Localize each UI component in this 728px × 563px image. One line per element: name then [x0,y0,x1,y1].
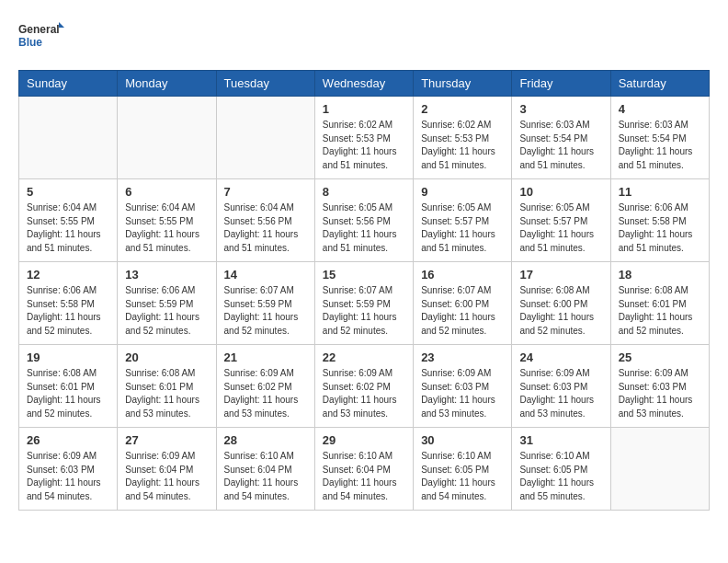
header-wednesday: Wednesday [314,71,413,97]
day-number: 13 [125,268,208,282]
page-header: General Blue [18,18,710,55]
calendar-cell: 20Sunrise: 6:08 AM Sunset: 6:01 PM Dayli… [118,345,216,428]
calendar-cell: 29Sunrise: 6:10 AM Sunset: 6:04 PM Dayli… [314,428,413,511]
day-info: Sunrise: 6:07 AM Sunset: 6:00 PM Dayligh… [421,284,504,338]
day-number: 5 [27,185,109,199]
day-number: 31 [519,433,602,447]
calendar-cell: 25Sunrise: 6:09 AM Sunset: 6:03 PM Dayli… [610,345,709,428]
day-number: 17 [519,268,602,282]
day-number: 20 [125,350,208,364]
week-row-1: 1Sunrise: 6:02 AM Sunset: 5:53 PM Daylig… [19,97,710,179]
day-info: Sunrise: 6:06 AM Sunset: 5:59 PM Dayligh… [125,284,208,338]
calendar-cell: 2Sunrise: 6:02 AM Sunset: 5:53 PM Daylig… [414,97,512,179]
calendar-cell: 3Sunrise: 6:03 AM Sunset: 5:54 PM Daylig… [512,97,610,179]
calendar-cell [118,97,216,179]
calendar-cell: 7Sunrise: 6:04 AM Sunset: 5:56 PM Daylig… [216,179,314,262]
header-sunday: Sunday [19,71,118,97]
day-number: 2 [421,102,504,116]
day-number: 21 [224,350,307,364]
calendar-cell: 21Sunrise: 6:09 AM Sunset: 6:02 PM Dayli… [216,345,314,428]
day-info: Sunrise: 6:10 AM Sunset: 6:05 PM Dayligh… [519,450,602,503]
day-info: Sunrise: 6:04 AM Sunset: 5:55 PM Dayligh… [125,201,208,255]
calendar-cell: 16Sunrise: 6:07 AM Sunset: 6:00 PM Dayli… [414,262,512,345]
day-info: Sunrise: 6:09 AM Sunset: 6:02 PM Dayligh… [323,367,405,420]
calendar-cell: 24Sunrise: 6:09 AM Sunset: 6:03 PM Dayli… [512,345,610,428]
calendar-cell: 13Sunrise: 6:06 AM Sunset: 5:59 PM Dayli… [118,262,216,345]
day-info: Sunrise: 6:05 AM Sunset: 5:56 PM Dayligh… [323,201,405,255]
calendar-cell: 23Sunrise: 6:09 AM Sunset: 6:03 PM Dayli… [414,345,512,428]
day-info: Sunrise: 6:02 AM Sunset: 5:53 PM Dayligh… [421,119,504,172]
day-info: Sunrise: 6:03 AM Sunset: 5:54 PM Dayligh… [619,119,701,172]
calendar-cell: 19Sunrise: 6:08 AM Sunset: 6:01 PM Dayli… [19,345,118,428]
day-info: Sunrise: 6:08 AM Sunset: 6:01 PM Dayligh… [27,367,109,420]
calendar-cell: 11Sunrise: 6:06 AM Sunset: 5:58 PM Dayli… [610,179,709,262]
calendar-cell: 28Sunrise: 6:10 AM Sunset: 6:04 PM Dayli… [216,428,314,511]
day-number: 29 [323,433,405,447]
day-number: 19 [27,350,109,364]
week-row-4: 19Sunrise: 6:08 AM Sunset: 6:01 PM Dayli… [19,345,710,428]
week-row-3: 12Sunrise: 6:06 AM Sunset: 5:58 PM Dayli… [19,262,710,345]
calendar-cell: 9Sunrise: 6:05 AM Sunset: 5:57 PM Daylig… [414,179,512,262]
day-info: Sunrise: 6:10 AM Sunset: 6:04 PM Dayligh… [323,450,405,503]
calendar-cell [19,97,118,179]
day-info: Sunrise: 6:09 AM Sunset: 6:03 PM Dayligh… [421,367,504,420]
day-number: 22 [323,350,405,364]
header-friday: Friday [512,71,610,97]
day-info: Sunrise: 6:07 AM Sunset: 5:59 PM Dayligh… [224,284,307,338]
logo-svg: General Blue [18,18,64,55]
calendar-cell: 1Sunrise: 6:02 AM Sunset: 5:53 PM Daylig… [314,97,413,179]
calendar-cell: 12Sunrise: 6:06 AM Sunset: 5:58 PM Dayli… [19,262,118,345]
calendar-header-row: SundayMondayTuesdayWednesdayThursdayFrid… [19,71,710,97]
day-info: Sunrise: 6:05 AM Sunset: 5:57 PM Dayligh… [519,201,602,255]
day-info: Sunrise: 6:09 AM Sunset: 6:03 PM Dayligh… [619,367,701,420]
svg-marker-2 [59,22,64,28]
calendar-cell: 31Sunrise: 6:10 AM Sunset: 6:05 PM Dayli… [512,428,610,511]
day-number: 27 [125,433,208,447]
calendar-table: SundayMondayTuesdayWednesdayThursdayFrid… [18,70,710,511]
day-info: Sunrise: 6:03 AM Sunset: 5:54 PM Dayligh… [519,119,602,172]
day-number: 7 [224,185,307,199]
week-row-2: 5Sunrise: 6:04 AM Sunset: 5:55 PM Daylig… [19,179,710,262]
day-info: Sunrise: 6:05 AM Sunset: 5:57 PM Dayligh… [421,201,504,255]
calendar-cell: 5Sunrise: 6:04 AM Sunset: 5:55 PM Daylig… [19,179,118,262]
svg-text:General: General [18,23,60,36]
day-number: 30 [421,433,504,447]
svg-text:Blue: Blue [18,36,42,49]
day-number: 11 [619,185,701,199]
day-info: Sunrise: 6:04 AM Sunset: 5:55 PM Dayligh… [27,201,109,255]
day-info: Sunrise: 6:09 AM Sunset: 6:03 PM Dayligh… [27,450,109,503]
logo: General Blue [18,18,64,55]
calendar-cell: 30Sunrise: 6:10 AM Sunset: 6:05 PM Dayli… [414,428,512,511]
week-row-5: 26Sunrise: 6:09 AM Sunset: 6:03 PM Dayli… [19,428,710,511]
calendar-cell: 15Sunrise: 6:07 AM Sunset: 5:59 PM Dayli… [314,262,413,345]
day-info: Sunrise: 6:09 AM Sunset: 6:03 PM Dayligh… [519,367,602,420]
day-number: 8 [323,185,405,199]
day-info: Sunrise: 6:06 AM Sunset: 5:58 PM Dayligh… [619,201,701,255]
day-info: Sunrise: 6:08 AM Sunset: 6:01 PM Dayligh… [619,284,701,338]
day-number: 26 [27,433,109,447]
calendar-cell: 6Sunrise: 6:04 AM Sunset: 5:55 PM Daylig… [118,179,216,262]
day-info: Sunrise: 6:10 AM Sunset: 6:04 PM Dayligh… [224,450,307,503]
day-number: 10 [519,185,602,199]
day-info: Sunrise: 6:07 AM Sunset: 5:59 PM Dayligh… [323,284,405,338]
day-info: Sunrise: 6:02 AM Sunset: 5:53 PM Dayligh… [323,119,405,172]
calendar-cell: 4Sunrise: 6:03 AM Sunset: 5:54 PM Daylig… [610,97,709,179]
calendar-cell: 22Sunrise: 6:09 AM Sunset: 6:02 PM Dayli… [314,345,413,428]
day-info: Sunrise: 6:10 AM Sunset: 6:05 PM Dayligh… [421,450,504,503]
header-tuesday: Tuesday [216,71,314,97]
calendar-cell [216,97,314,179]
day-number: 23 [421,350,504,364]
day-info: Sunrise: 6:09 AM Sunset: 6:02 PM Dayligh… [224,367,307,420]
day-number: 16 [421,268,504,282]
day-number: 14 [224,268,307,282]
day-number: 6 [125,185,208,199]
day-number: 1 [323,102,405,116]
day-number: 15 [323,268,405,282]
day-info: Sunrise: 6:06 AM Sunset: 5:58 PM Dayligh… [27,284,109,338]
header-saturday: Saturday [610,71,709,97]
day-info: Sunrise: 6:09 AM Sunset: 6:04 PM Dayligh… [125,450,208,503]
day-number: 24 [519,350,602,364]
calendar-cell: 27Sunrise: 6:09 AM Sunset: 6:04 PM Dayli… [118,428,216,511]
calendar-cell: 17Sunrise: 6:08 AM Sunset: 6:00 PM Dayli… [512,262,610,345]
day-number: 18 [619,268,701,282]
